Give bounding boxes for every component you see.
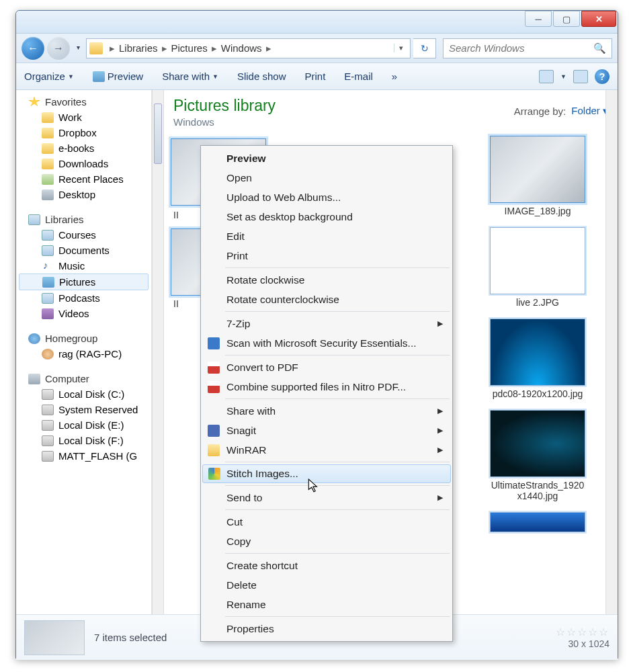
- sidebar-scrollbar[interactable]: [152, 90, 164, 614]
- more-button[interactable]: »: [392, 71, 397, 82]
- menu-item[interactable]: Convert to PDF: [202, 358, 451, 377]
- sidebar-item-drive-c[interactable]: Local Disk (C:): [16, 386, 151, 402]
- preview-pane-icon[interactable]: [573, 70, 588, 83]
- nav-history-dropdown[interactable]: ▾: [73, 44, 83, 53]
- breadcrumb-item[interactable]: Libraries: [119, 42, 158, 54]
- breadcrumb[interactable]: ▸ Libraries ▸ Pictures ▸ Windows ▸ ▾: [86, 38, 411, 58]
- breadcrumb-dropdown[interactable]: ▾: [394, 44, 407, 52]
- menu-item[interactable]: Edit: [202, 226, 451, 246]
- sidebar-libraries-header[interactable]: Libraries: [16, 212, 151, 227]
- folder-icon: [42, 112, 54, 123]
- close-button[interactable]: ✕: [581, 11, 616, 27]
- sidebar-item-documents[interactable]: Documents: [16, 243, 151, 258]
- refresh-button[interactable]: ↻: [413, 38, 436, 58]
- sidebar-item-desktop[interactable]: Desktop: [16, 187, 151, 202]
- sidebar-item-downloads[interactable]: Downloads: [16, 156, 151, 171]
- thumbnail: [490, 410, 585, 477]
- menu-item[interactable]: Rotate clockwise: [202, 270, 451, 290]
- search-box[interactable]: 🔍: [443, 38, 612, 58]
- maximize-button[interactable]: ▢: [553, 11, 580, 27]
- file-name: live 2.JPG: [516, 297, 559, 308]
- search-input[interactable]: [449, 42, 593, 54]
- submenu-arrow-icon: ▶: [437, 493, 443, 502]
- sidebar-item-podcasts[interactable]: Podcasts: [16, 290, 151, 306]
- homegroup-icon: [28, 333, 40, 344]
- menu-item[interactable]: Open: [202, 168, 451, 187]
- sidebar-item-recent[interactable]: Recent Places: [16, 171, 151, 187]
- sidebar-item-videos[interactable]: Videos: [16, 306, 151, 321]
- titlebar: ─ ▢ ✕: [16, 11, 618, 34]
- breadcrumb-item[interactable]: Windows: [221, 42, 262, 54]
- sidebar-item-work[interactable]: Work: [16, 110, 151, 125]
- preview-button[interactable]: Preview: [93, 71, 143, 82]
- organize-menu[interactable]: Organize▼: [24, 71, 74, 82]
- menu-item[interactable]: Rotate counterclockwise: [202, 290, 451, 309]
- sidebar-item-drive-e[interactable]: Local Disk (E:): [16, 417, 151, 433]
- file-item[interactable]: live 2.JPG: [489, 227, 587, 308]
- menu-item-label: Send to: [226, 492, 262, 504]
- email-button[interactable]: E-mail: [344, 71, 373, 82]
- content-scrollbar[interactable]: [605, 90, 618, 614]
- sidebar-item-pictures[interactable]: Pictures: [19, 274, 149, 290]
- menu-item-label: Upload to Web Albums...: [226, 192, 341, 204]
- menu-item[interactable]: Rename: [202, 595, 451, 614]
- sidebar-item-music[interactable]: Music: [16, 258, 151, 274]
- back-button[interactable]: ←: [22, 37, 44, 60]
- menu-item[interactable]: Combine supported files in Nitro PDF...: [202, 377, 451, 396]
- file-item[interactable]: IMAGE_189.jpg: [489, 136, 587, 216]
- file-item[interactable]: UltimateStrands_1920x1440.jpg: [489, 410, 587, 501]
- menu-item[interactable]: Upload to Web Albums...: [202, 187, 451, 207]
- scrollbar-thumb[interactable]: [154, 103, 162, 164]
- menu-item[interactable]: Cut: [202, 512, 451, 532]
- menu-item[interactable]: Stitch Images...: [202, 464, 451, 483]
- help-icon[interactable]: ?: [595, 69, 609, 84]
- sidebar-computer-header[interactable]: Computer: [16, 371, 151, 386]
- view-dropdown[interactable]: ▼: [560, 73, 566, 80]
- arrange-by-value[interactable]: Folder ▾: [571, 105, 608, 117]
- sidebar-item-courses[interactable]: Courses: [16, 227, 151, 243]
- menu-item[interactable]: Snagit▶: [202, 421, 451, 440]
- chevron-right-icon: ▸: [106, 42, 119, 54]
- breadcrumb-item[interactable]: Pictures: [171, 42, 208, 54]
- file-item[interactable]: [489, 512, 587, 532]
- sidebar-item-flash[interactable]: MATT_FLASH (G: [16, 448, 151, 464]
- menu-item[interactable]: Print: [202, 246, 451, 265]
- minimize-button[interactable]: ─: [525, 11, 552, 27]
- menu-item[interactable]: WinRAR▶: [202, 440, 451, 460]
- menu-item-label: Scan with Microsoft Security Essentials.…: [226, 337, 417, 349]
- rating-stars[interactable]: ☆☆☆☆☆: [556, 626, 609, 638]
- menu-item[interactable]: 7-Zip▶: [202, 314, 451, 333]
- menu-item[interactable]: Send to▶: [202, 488, 451, 507]
- sidebar-item-rag[interactable]: rag (RAG-PC): [16, 346, 151, 362]
- computer-icon: [28, 374, 40, 384]
- menu-item[interactable]: Properties: [202, 619, 451, 638]
- menu-item[interactable]: Create shortcut: [202, 556, 451, 575]
- star-icon: [28, 97, 40, 108]
- snag-icon: [208, 425, 220, 437]
- sidebar-item-drive-f[interactable]: Local Disk (F:): [16, 433, 151, 448]
- menu-item[interactable]: Set as desktop background: [202, 207, 451, 226]
- sidebar-favorites-header[interactable]: Favorites: [16, 94, 151, 110]
- sidebar-homegroup-header[interactable]: Homegroup: [16, 331, 151, 346]
- drive-icon: [42, 435, 54, 446]
- menu-item-label: 7-Zip: [226, 318, 250, 330]
- print-button[interactable]: Print: [305, 71, 326, 82]
- view-icon[interactable]: [539, 70, 554, 83]
- sidebar-item-dropbox[interactable]: Dropbox: [16, 125, 151, 140]
- menu-item[interactable]: Share with▶: [202, 401, 451, 421]
- sidebar-item-ebooks[interactable]: e-books: [16, 140, 151, 156]
- chevron-right-icon: ▸: [208, 42, 221, 54]
- forward-button[interactable]: →: [47, 37, 70, 60]
- slideshow-button[interactable]: Slide show: [237, 71, 286, 82]
- file-item[interactable]: pdc08-1920x1200.jpg: [489, 319, 587, 399]
- sidebar-item-sysres[interactable]: System Reserved: [16, 402, 151, 417]
- menu-separator: [225, 553, 450, 554]
- menu-item-label: Cut: [226, 516, 243, 528]
- menu-item[interactable]: Scan with Microsoft Security Essentials.…: [202, 333, 451, 353]
- menu-item-label: Open: [226, 172, 252, 184]
- menu-item[interactable]: Preview: [202, 149, 451, 168]
- nav-bar: ← → ▾ ▸ Libraries ▸ Pictures ▸ Windows ▸…: [16, 34, 618, 63]
- menu-item[interactable]: Delete: [202, 575, 451, 595]
- menu-item[interactable]: Copy: [202, 532, 451, 551]
- share-menu[interactable]: Share with▼: [162, 71, 218, 82]
